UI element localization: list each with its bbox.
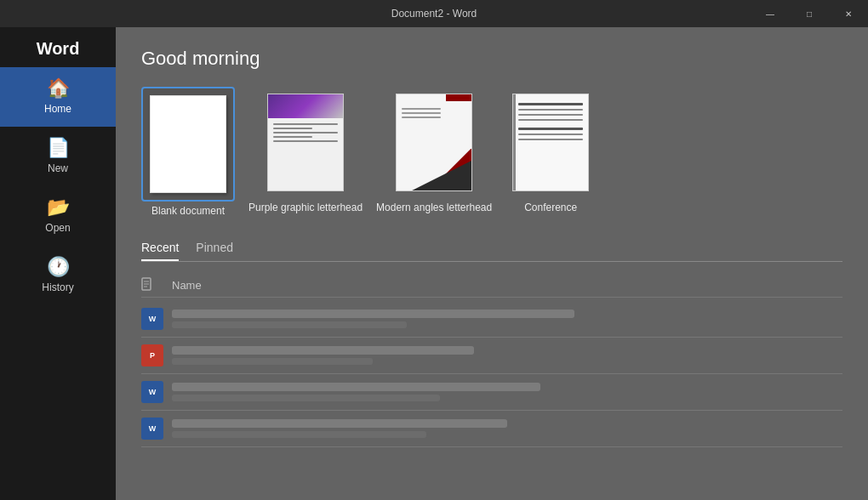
blank-document-thumb — [150, 95, 226, 193]
sidebar-item-home[interactable]: 🏠 Home — [0, 67, 116, 127]
conf-line5 — [518, 128, 583, 130]
line1 — [402, 108, 441, 110]
conf-line7 — [518, 139, 583, 140]
file-name-bar — [172, 346, 474, 355]
line2 — [273, 128, 312, 129]
file-icon-col: P — [141, 344, 172, 366]
template-purple-label: Purple graphic letterhead — [248, 202, 363, 213]
files-header: Name — [141, 274, 842, 298]
conf-line4 — [518, 119, 583, 121]
sidebar-open-label: Open — [45, 222, 70, 234]
modern-lines — [402, 108, 441, 121]
close-button[interactable]: ✕ — [829, 0, 868, 27]
app-body: Word 🏠 Home 📄 New 📂 Open 🕐 History Good … — [0, 27, 868, 500]
line2 — [402, 112, 441, 114]
conf-lines — [518, 103, 583, 144]
conf-border — [513, 94, 516, 190]
file-info — [172, 310, 842, 328]
sidebar-logo-text: Word — [37, 39, 80, 59]
file-row[interactable]: W — [141, 411, 842, 447]
file-name-bar — [172, 310, 574, 318]
template-purple-wrapper — [260, 87, 351, 198]
template-conference-label: Conference — [524, 202, 577, 213]
sidebar-new-label: New — [48, 162, 68, 174]
sidebar-item-history[interactable]: 🕐 History — [0, 246, 116, 305]
file-row[interactable]: W — [141, 374, 842, 411]
purple-header — [268, 94, 343, 118]
file-header-icon-col — [141, 277, 172, 293]
modern-angle-dark — [412, 161, 471, 190]
sidebar: Word 🏠 Home 📄 New 📂 Open 🕐 History — [0, 27, 116, 500]
line4 — [273, 136, 312, 138]
file-icon-col: W — [141, 308, 172, 330]
tab-recent[interactable]: Recent — [141, 241, 179, 261]
maximize-button[interactable]: □ — [790, 0, 829, 27]
sidebar-home-label: Home — [44, 103, 71, 115]
conference-thumb — [512, 94, 589, 191]
file-icon-word: W — [141, 308, 163, 330]
template-modern-wrapper — [389, 87, 479, 198]
file-row[interactable]: P — [141, 338, 842, 374]
template-conference[interactable]: Conference — [505, 87, 596, 217]
greeting-text: Good morning — [141, 48, 842, 70]
purple-letterhead-thumb — [267, 94, 344, 191]
line5 — [273, 140, 338, 142]
line1 — [273, 123, 338, 125]
file-info — [172, 346, 842, 365]
file-icon-word3: W — [141, 418, 163, 440]
tabs-row: Recent Pinned — [141, 241, 842, 262]
template-purple-letterhead[interactable]: Purple graphic letterhead — [248, 87, 363, 217]
history-icon: 🕐 — [47, 258, 70, 276]
new-icon: 📄 — [47, 139, 70, 157]
line3 — [273, 132, 338, 134]
file-name-bar — [172, 419, 507, 428]
files-table: Name W P — [141, 274, 842, 447]
file-icon-powerpoint: P — [141, 344, 163, 366]
file-icon-word2: W — [141, 381, 163, 403]
open-icon: 📂 — [47, 198, 70, 217]
file-info — [172, 383, 842, 401]
files-header-name: Name — [172, 279, 202, 292]
conf-line1 — [518, 103, 583, 105]
template-modern-angles[interactable]: Modern angles letterhead — [376, 87, 492, 217]
purple-lines — [273, 123, 338, 145]
title-bar-title: Document2 - Word — [391, 8, 477, 20]
file-icon-col: W — [141, 381, 172, 403]
minimize-button[interactable]: — — [751, 0, 790, 27]
sidebar-item-open[interactable]: 📂 Open — [0, 186, 116, 246]
sidebar-history-label: History — [42, 281, 73, 293]
template-blank[interactable]: Blank document — [141, 87, 235, 217]
document-icon — [141, 277, 153, 291]
templates-row: Blank document P — [141, 87, 842, 217]
file-row[interactable]: W — [141, 301, 842, 338]
file-meta-bar — [172, 431, 426, 438]
file-icon-col: W — [141, 418, 172, 440]
sidebar-item-new[interactable]: 📄 New — [0, 127, 116, 186]
conf-line6 — [518, 134, 583, 135]
content-area: Good morning Blank document — [116, 27, 868, 500]
file-info — [172, 419, 842, 438]
file-name-bar — [172, 383, 540, 391]
file-meta-bar — [172, 358, 373, 365]
file-meta-bar — [172, 321, 407, 328]
modern-top-accent — [446, 94, 471, 101]
title-bar: Document2 - Word — □ ✕ — [0, 0, 868, 27]
sidebar-logo: Word — [0, 27, 116, 67]
template-conference-wrapper — [505, 87, 596, 198]
template-blank-wrapper — [141, 87, 235, 202]
home-icon: 🏠 — [47, 79, 70, 98]
title-bar-controls: — □ ✕ — [751, 0, 868, 27]
conf-line3 — [518, 114, 583, 116]
modern-angles-thumb — [396, 94, 472, 191]
line3 — [402, 116, 441, 118]
conf-line2 — [518, 109, 583, 111]
template-blank-label: Blank document — [151, 205, 225, 217]
tab-pinned[interactable]: Pinned — [196, 241, 233, 261]
file-meta-bar — [172, 395, 440, 401]
template-modern-label: Modern angles letterhead — [376, 202, 492, 213]
